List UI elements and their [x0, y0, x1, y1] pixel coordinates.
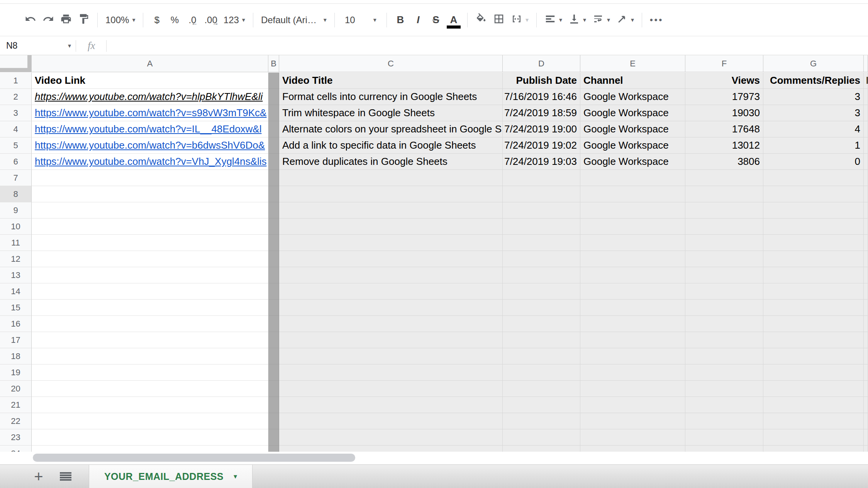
- formula-input[interactable]: [107, 37, 868, 55]
- cell-D4[interactable]: 7/24/2019 19:00: [503, 121, 580, 137]
- cell-H11[interactable]: [864, 235, 868, 251]
- cell-H6[interactable]: [864, 154, 868, 170]
- cell-F20[interactable]: [685, 381, 763, 397]
- cell-F21[interactable]: [685, 397, 763, 413]
- cell-C17[interactable]: [279, 332, 503, 348]
- cell-C20[interactable]: [279, 381, 503, 397]
- cell-H8[interactable]: [864, 186, 868, 202]
- cell-A24[interactable]: [32, 446, 268, 452]
- text-rotation-button[interactable]: ▾: [613, 10, 637, 30]
- cell-F11[interactable]: [685, 235, 763, 251]
- cell-B9[interactable]: [268, 202, 279, 219]
- cell-D12[interactable]: [503, 251, 580, 267]
- cell-G15[interactable]: [763, 300, 864, 316]
- cell-B6[interactable]: [268, 154, 279, 170]
- row-header-20[interactable]: 20: [0, 381, 32, 397]
- cell-C14[interactable]: [279, 283, 503, 300]
- cell-A23[interactable]: [32, 429, 268, 446]
- cell-H18[interactable]: [864, 348, 868, 364]
- cell-B7[interactable]: [268, 170, 279, 186]
- row-header-7[interactable]: 7: [0, 170, 32, 186]
- cell-G21[interactable]: [763, 397, 864, 413]
- cell-C19[interactable]: [279, 364, 503, 381]
- cell-B1[interactable]: [268, 73, 279, 89]
- cell-F18[interactable]: [685, 348, 763, 364]
- cell-G5[interactable]: 1: [763, 137, 864, 154]
- cell-H20[interactable]: [864, 381, 868, 397]
- cell-G16[interactable]: [763, 316, 864, 332]
- row-header-17[interactable]: 17: [0, 332, 32, 348]
- column-header-c[interactable]: C: [279, 55, 503, 72]
- format-percent-button[interactable]: %: [166, 10, 183, 30]
- cell-F8[interactable]: [685, 186, 763, 202]
- cell-B3[interactable]: [268, 105, 279, 121]
- cell-H9[interactable]: [864, 202, 868, 219]
- row-header-3[interactable]: 3: [0, 105, 32, 121]
- cell-A19[interactable]: [32, 364, 268, 381]
- cell-E24[interactable]: [580, 446, 685, 452]
- cell-C22[interactable]: [279, 413, 503, 429]
- cell-D2[interactable]: 7/16/2019 16:46: [503, 89, 580, 105]
- cell-D5[interactable]: 7/24/2019 19:02: [503, 137, 580, 154]
- cell-F16[interactable]: [685, 316, 763, 332]
- cell-H1[interactable]: L: [864, 73, 868, 89]
- cell-D22[interactable]: [503, 413, 580, 429]
- cell-B15[interactable]: [268, 300, 279, 316]
- row-header-18[interactable]: 18: [0, 348, 32, 364]
- undo-button[interactable]: [22, 10, 39, 30]
- cell-D19[interactable]: [503, 364, 580, 381]
- cell-B2[interactable]: [268, 89, 279, 105]
- column-header-f[interactable]: F: [685, 55, 763, 72]
- cell-F12[interactable]: [685, 251, 763, 267]
- cell-F19[interactable]: [685, 364, 763, 381]
- all-sheets-button[interactable]: [58, 466, 73, 486]
- column-header-d[interactable]: D: [503, 55, 580, 72]
- row-header-14[interactable]: 14: [0, 283, 32, 300]
- cell-H19[interactable]: [864, 364, 868, 381]
- cell-D21[interactable]: [503, 397, 580, 413]
- cell-H16[interactable]: [864, 316, 868, 332]
- column-header-a[interactable]: A: [32, 55, 268, 72]
- font-size-select[interactable]: 10 ▾: [339, 10, 382, 30]
- cell-D20[interactable]: [503, 381, 580, 397]
- cell-B14[interactable]: [268, 283, 279, 300]
- cell-G4[interactable]: 4: [763, 121, 864, 137]
- cell-E13[interactable]: [580, 267, 685, 283]
- cell-D17[interactable]: [503, 332, 580, 348]
- cell-C3[interactable]: Trim whitespace in Google Sheets: [279, 105, 503, 121]
- cell-F7[interactable]: [685, 170, 763, 186]
- cell-F24[interactable]: [685, 446, 763, 452]
- cell-G24[interactable]: [763, 446, 864, 452]
- cell-A15[interactable]: [32, 300, 268, 316]
- cell-B10[interactable]: [268, 219, 279, 235]
- borders-button[interactable]: [490, 10, 508, 30]
- cell-C13[interactable]: [279, 267, 503, 283]
- cell-C8[interactable]: [279, 186, 503, 202]
- cell-C12[interactable]: [279, 251, 503, 267]
- row-header-4[interactable]: 4: [0, 121, 32, 137]
- cell-A8[interactable]: [32, 186, 268, 202]
- cell-A12[interactable]: [32, 251, 268, 267]
- freeze-handle-horizontal[interactable]: [0, 68, 31, 72]
- row-header-6[interactable]: 6: [0, 154, 32, 170]
- row-header-1[interactable]: 1: [0, 73, 32, 89]
- cell-E14[interactable]: [580, 283, 685, 300]
- name-box[interactable]: N8 ▾: [0, 37, 76, 55]
- cell-B12[interactable]: [268, 251, 279, 267]
- cell-D1[interactable]: Publish Date: [503, 73, 580, 89]
- cell-D15[interactable]: [503, 300, 580, 316]
- cell-E20[interactable]: [580, 381, 685, 397]
- cell-D9[interactable]: [503, 202, 580, 219]
- cell-B16[interactable]: [268, 316, 279, 332]
- cell-C18[interactable]: [279, 348, 503, 364]
- horizontal-align-button[interactable]: ▾: [541, 10, 565, 30]
- cell-A4[interactable]: https://www.youtube.com/watch?v=IL__48Ed…: [32, 121, 268, 137]
- cell-B19[interactable]: [268, 364, 279, 381]
- cell-A13[interactable]: [32, 267, 268, 283]
- cell-F1[interactable]: Views: [685, 73, 763, 89]
- cell-C24[interactable]: [279, 446, 503, 452]
- cell-F13[interactable]: [685, 267, 763, 283]
- cell-H5[interactable]: [864, 137, 868, 154]
- cell-H15[interactable]: [864, 300, 868, 316]
- cell-B20[interactable]: [268, 381, 279, 397]
